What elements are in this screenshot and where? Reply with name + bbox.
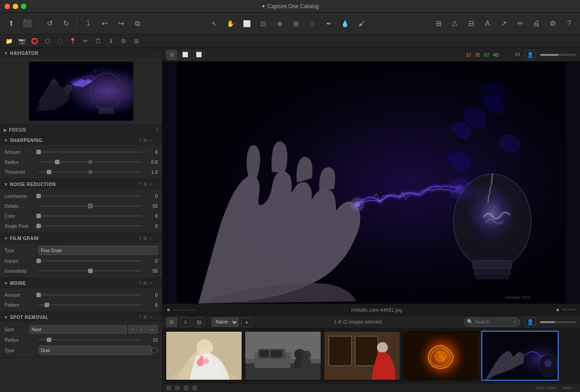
- panel-library[interactable]: 📁: [4, 36, 15, 47]
- back-button[interactable]: ↩: [97, 16, 112, 31]
- film-grain-header[interactable]: ▼ FILM GRAIN ? ⚙ ✓ ···: [0, 233, 162, 243]
- panel-curves[interactable]: ◌: [55, 36, 65, 47]
- grain-type-select[interactable]: Fine Grain Medium Grain Coarse Grain: [39, 246, 158, 255]
- luminance-thumb[interactable]: [36, 194, 41, 198]
- brush-tool[interactable]: 🖌: [354, 16, 369, 31]
- panel-detail[interactable]: 📍: [67, 36, 78, 47]
- rating-87[interactable]: 87: [484, 52, 489, 58]
- noise-header[interactable]: ▼ NOISE REDUCTION ? ⚙ ✓ ···: [0, 179, 162, 189]
- filmstrip-grid-btn[interactable]: ⊞: [166, 317, 177, 327]
- impact-thumb[interactable]: [36, 259, 41, 263]
- single-view-btn[interactable]: ⬜: [180, 50, 191, 60]
- help-button[interactable]: ?: [562, 16, 576, 31]
- copy-button[interactable]: ⧉: [130, 16, 144, 31]
- focus-header[interactable]: ▶ FOCUS ?: [0, 125, 162, 135]
- thumbnail-strip[interactable]: [163, 328, 580, 383]
- panel-camera[interactable]: 📷: [16, 36, 27, 47]
- navigator-header[interactable]: ▼ NAVIGATOR ···: [0, 48, 162, 58]
- warn-button[interactable]: ⚠: [447, 16, 462, 31]
- search-clear-btn[interactable]: ✕: [513, 319, 517, 324]
- edit-button[interactable]: ✏: [513, 16, 527, 31]
- granularity-slider[interactable]: [39, 268, 142, 274]
- moire-header[interactable]: ▼ MOIRE ? ⚙ ✓ ···: [0, 278, 162, 288]
- color-slider[interactable]: [39, 213, 142, 219]
- undo-button[interactable]: ↺: [42, 16, 57, 31]
- maximize-button[interactable]: [21, 4, 26, 9]
- window-controls[interactable]: [5, 4, 26, 9]
- spot-delete-button[interactable]: —: [147, 325, 158, 333]
- filmstrip-strip-btn[interactable]: ▤: [193, 317, 204, 327]
- thumb-lightning[interactable]: [481, 331, 559, 381]
- eyedrop-tool[interactable]: 💧: [338, 16, 352, 31]
- thumb-wedding[interactable]: [165, 331, 243, 381]
- spot-input[interactable]: [30, 325, 127, 333]
- panel-color[interactable]: ⬡: [42, 36, 53, 47]
- filmstrip-list-btn[interactable]: ≡: [180, 317, 191, 327]
- rating-32[interactable]: 32: [466, 52, 471, 58]
- move-button[interactable]: ⤵: [81, 16, 95, 31]
- minimize-button[interactable]: [13, 4, 18, 9]
- person-view-btn[interactable]: 👤: [525, 317, 535, 327]
- single-pixel-thumb[interactable]: [36, 224, 41, 228]
- import-button[interactable]: ⬆: [4, 16, 18, 31]
- thumb-street[interactable]: [244, 331, 322, 381]
- single-pixel-slider[interactable]: [39, 223, 142, 229]
- grid-view-btn[interactable]: ⊞: [166, 50, 177, 60]
- moire-pattern-slider[interactable]: [39, 302, 142, 308]
- spot-type-select[interactable]: Dust Clone Heal: [39, 346, 151, 355]
- sharpening-header[interactable]: ▼ SHARPENING ? ⚙ ✓ ···: [0, 135, 162, 145]
- panel-exposure[interactable]: ⭕: [29, 36, 40, 47]
- select-tool[interactable]: ↖: [207, 16, 222, 31]
- print-button[interactable]: 🖨: [529, 16, 544, 31]
- thumb-lamp[interactable]: [402, 331, 480, 381]
- moire-amount-slider[interactable]: [39, 292, 142, 298]
- pen-tool[interactable]: ✒: [322, 16, 336, 31]
- radius-slider-container[interactable]: [39, 159, 142, 165]
- settings-button[interactable]: ⚙: [545, 16, 560, 31]
- forward-button[interactable]: ↪: [114, 16, 128, 31]
- panel-info[interactable]: ℹ: [105, 36, 116, 47]
- circle-tool[interactable]: ○: [305, 16, 320, 31]
- luminance-slider[interactable]: [39, 193, 142, 199]
- impact-slider[interactable]: [39, 258, 142, 264]
- sort-select[interactable]: Name Date Rating: [212, 318, 238, 327]
- spot-removal-header[interactable]: ▼ SPOT REMOVAL ? ⚙ ✓ ···: [0, 312, 162, 322]
- heal-tool[interactable]: ⊕: [273, 16, 287, 31]
- color-thumb[interactable]: [36, 214, 41, 218]
- spot-next-button[interactable]: ›: [138, 325, 146, 333]
- close-button[interactable]: [5, 4, 10, 9]
- threshold-slider-container[interactable]: [39, 169, 142, 175]
- moire-amount-thumb[interactable]: [36, 293, 41, 297]
- capture-button[interactable]: ⬛: [20, 16, 35, 31]
- spot-radius-slider[interactable]: [39, 337, 142, 343]
- straighten-tool[interactable]: ⊡: [256, 16, 271, 31]
- grid-view-button[interactable]: ⊞: [431, 16, 446, 31]
- panel-metadata[interactable]: 🗒: [93, 36, 104, 47]
- spot-radius-thumb[interactable]: [47, 338, 51, 342]
- rating-40[interactable]: 40: [493, 52, 499, 58]
- threshold-thumb[interactable]: [47, 170, 51, 174]
- spot-prev-button[interactable]: ‹: [129, 325, 137, 333]
- compare-button[interactable]: ⊟: [464, 16, 478, 31]
- sort-direction-btn[interactable]: ▲: [241, 317, 252, 327]
- amount-slider-container[interactable]: [39, 149, 142, 155]
- search-input[interactable]: [475, 319, 511, 324]
- granularity-thumb[interactable]: [88, 269, 93, 273]
- arrow-button[interactable]: ↗: [496, 16, 511, 31]
- radius-thumb[interactable]: [55, 160, 59, 164]
- redo-button[interactable]: ↻: [59, 16, 73, 31]
- moire-pattern-thumb[interactable]: [45, 303, 49, 307]
- person-icon[interactable]: 👤: [525, 50, 535, 60]
- zoom-track[interactable]: [540, 54, 576, 56]
- panel-local[interactable]: ⊞: [131, 36, 142, 47]
- details-slider[interactable]: [39, 203, 142, 209]
- panel-batch[interactable]: ⚙: [118, 36, 129, 47]
- thumb-red-dress[interactable]: [323, 331, 401, 381]
- pan-tool[interactable]: ✋: [223, 16, 238, 31]
- crop-tool[interactable]: ⬜: [240, 16, 254, 31]
- rating-35[interactable]: 35: [475, 52, 480, 58]
- compare-view-btn[interactable]: ⬜: [193, 50, 204, 60]
- text-button[interactable]: A: [480, 16, 495, 31]
- image-viewer[interactable]: rewalls.com: [163, 62, 580, 304]
- amount-thumb[interactable]: [36, 150, 41, 154]
